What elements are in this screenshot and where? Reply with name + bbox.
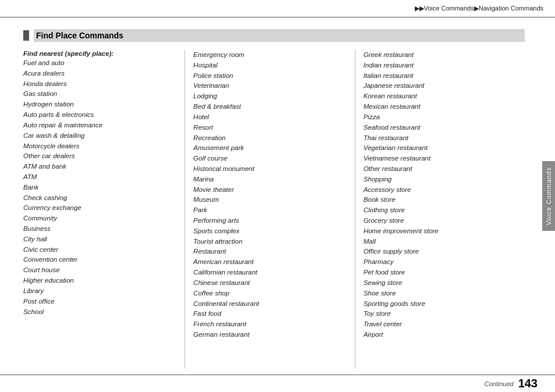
- list-item: Convention center: [23, 255, 179, 265]
- continued-text: Continued: [484, 380, 513, 387]
- list-item: Motorcycle dealers: [23, 141, 179, 152]
- col1-items: Fuel and autoAcura dealersHonda dealersG…: [23, 58, 179, 317]
- list-item: Other car dealers: [23, 151, 179, 162]
- list-item: Fast food: [193, 309, 348, 319]
- section-header: Find Place Commands: [23, 29, 525, 42]
- list-item: Resort: [193, 123, 348, 133]
- list-item: Business: [23, 224, 179, 234]
- list-item: Vietnamese restaurant: [364, 154, 519, 164]
- list-item: Movie theater: [193, 185, 348, 195]
- list-item: Amusement park: [193, 143, 348, 154]
- voice-commands-tab: Voice Commands: [542, 161, 555, 231]
- col3: Greek restaurantIndian restaurantItalian…: [355, 50, 525, 369]
- list-item: Sewing store: [364, 278, 519, 288]
- list-item: Community: [23, 213, 179, 224]
- list-item: Thai restaurant: [364, 133, 519, 144]
- find-nearest-suffix: (specify place):: [63, 50, 113, 57]
- col3-items: Greek restaurantIndian restaurantItalian…: [364, 50, 519, 340]
- list-item: Korean restaurant: [364, 91, 519, 102]
- list-item: Italian restaurant: [364, 71, 519, 81]
- list-item: Currency exchange: [23, 203, 179, 213]
- list-item: Lodging: [193, 91, 348, 102]
- list-item: Hydrogen station: [23, 99, 179, 110]
- list-item: Hospital: [193, 60, 348, 71]
- list-item: Shoe store: [364, 288, 519, 299]
- list-item: Shopping: [364, 174, 519, 185]
- col2: Emergency roomHospitalPolice stationVete…: [185, 50, 355, 369]
- list-item: Airport: [364, 330, 519, 340]
- list-item: Acura dealers: [23, 69, 179, 79]
- list-item: Office supply store: [364, 247, 519, 257]
- list-item: Grocery store: [364, 216, 519, 226]
- list-item: Veterinarian: [193, 81, 348, 91]
- list-item: Toy store: [364, 309, 519, 319]
- list-item: Performing arts: [193, 216, 348, 226]
- section-title: Find Place Commands: [34, 29, 525, 42]
- list-item: Home improvement store: [364, 226, 519, 237]
- bottom-bar: Continued 143: [0, 375, 555, 392]
- find-nearest-bold: Find nearest: [23, 50, 63, 57]
- list-item: Honda dealers: [23, 79, 179, 90]
- list-item: City hall: [23, 234, 179, 245]
- list-item: Book store: [364, 195, 519, 205]
- list-item: Park: [193, 205, 348, 216]
- right-tab-label: Voice Commands: [545, 167, 552, 225]
- list-item: Restaurant: [193, 247, 348, 257]
- list-item: Japanese restaurant: [364, 81, 519, 91]
- list-item: Marina: [193, 174, 348, 185]
- list-item: Auto repair & maintenance: [23, 120, 179, 131]
- list-item: Emergency room: [193, 50, 348, 60]
- list-item: German restaurant: [193, 330, 348, 340]
- list-item: Mexican restaurant: [364, 102, 519, 112]
- list-item: Gas station: [23, 89, 179, 99]
- main-content: Find Place Commands Find nearest (specif…: [0, 17, 542, 375]
- list-item: Accessory store: [364, 185, 519, 195]
- list-item: Continental restaurant: [193, 299, 348, 309]
- list-item: Vegetarian restaurant: [364, 143, 519, 154]
- list-item: Sports complex: [193, 226, 348, 237]
- list-item: Indian restaurant: [364, 60, 519, 71]
- list-item: Library: [23, 286, 179, 297]
- breadcrumb: ▶▶Voice Commands▶Navigation Commands: [415, 5, 543, 12]
- section-header-bar: [23, 30, 29, 41]
- list-item: Museum: [193, 195, 348, 205]
- list-item: American restaurant: [193, 257, 348, 268]
- list-item: Bed & breakfast: [193, 102, 348, 112]
- list-item: Check cashing: [23, 193, 179, 204]
- list-item: Higher education: [23, 276, 179, 286]
- list-item: Historical monument: [193, 164, 348, 174]
- col1: Find nearest (specify place): Fuel and a…: [23, 50, 185, 369]
- list-item: Greek restaurant: [364, 50, 519, 60]
- list-item: Hotel: [193, 112, 348, 123]
- list-item: Travel center: [364, 319, 519, 330]
- list-item: Fuel and auto: [23, 58, 179, 69]
- list-item: Post office: [23, 297, 179, 307]
- list-item: Recreation: [193, 133, 348, 144]
- list-item: Police station: [193, 71, 348, 81]
- find-nearest-label: Find nearest (specify place):: [23, 50, 179, 57]
- top-bar: ▶▶Voice Commands▶Navigation Commands: [0, 0, 555, 17]
- list-item: ATM and bank: [23, 162, 179, 172]
- list-item: Californian restaurant: [193, 268, 348, 278]
- columns: Find nearest (specify place): Fuel and a…: [23, 50, 525, 369]
- list-item: Pizza: [364, 112, 519, 123]
- list-item: ATM: [23, 172, 179, 183]
- page-number: 143: [518, 377, 538, 390]
- list-item: Tourist attraction: [193, 237, 348, 247]
- list-item: Mall: [364, 237, 519, 247]
- list-item: Golf course: [193, 154, 348, 164]
- list-item: Chinese restaurant: [193, 278, 348, 288]
- list-item: Auto parts & electronics: [23, 110, 179, 120]
- list-item: Car wash & detailing: [23, 131, 179, 141]
- list-item: Civic center: [23, 245, 179, 255]
- list-item: Other restaurant: [364, 164, 519, 174]
- list-item: Seafood restaurant: [364, 123, 519, 133]
- list-item: Clothing store: [364, 205, 519, 216]
- list-item: Court house: [23, 265, 179, 276]
- list-item: Bank: [23, 183, 179, 193]
- list-item: Sporting goods store: [364, 299, 519, 309]
- list-item: Pet food store: [364, 268, 519, 278]
- list-item: School: [23, 307, 179, 318]
- list-item: Coffee shop: [193, 288, 348, 299]
- list-item: Pharmacy: [364, 257, 519, 268]
